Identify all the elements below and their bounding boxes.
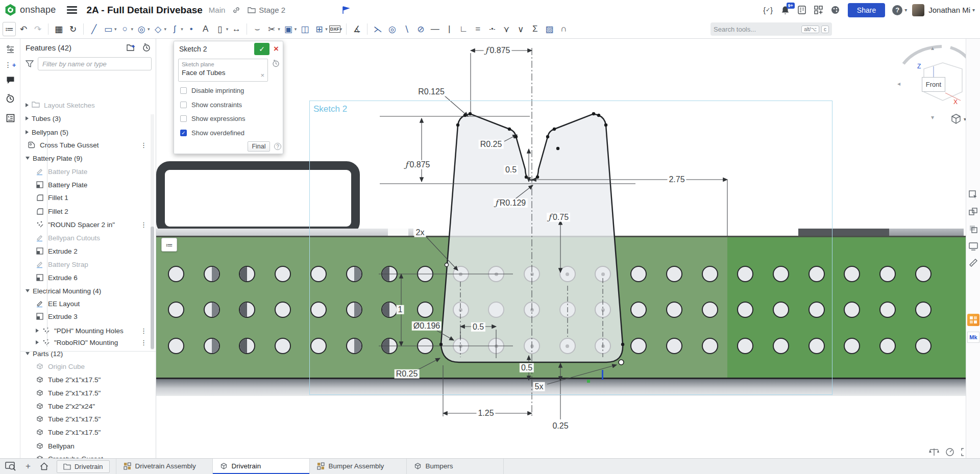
part-item[interactable]: Tube 2"x1"x17.5" [20, 412, 152, 426]
arc-constraint[interactable]: ∩ [557, 22, 570, 36]
user-menu-caret-icon[interactable]: ▾ [972, 7, 975, 13]
midpoint-constraint[interactable]: -•- [485, 22, 499, 36]
breadcrumb-folder[interactable]: Stage 2 [259, 6, 285, 14]
dimension-label[interactable]: 0.5 [504, 165, 518, 174]
scale-indicator-icon[interactable] [929, 447, 939, 457]
tab-folder-drivetrain[interactable]: Drivetrain [57, 460, 110, 473]
front-view-face[interactable]: Front [922, 77, 945, 92]
feature-item[interactable]: Bellypan Cutouts [20, 231, 152, 244]
spline-tool-caret-icon[interactable]: ▾ [181, 27, 183, 32]
line-tool[interactable]: ╱ [87, 22, 101, 36]
checkbox-disable-imprinting[interactable]: Disable imprinting [180, 87, 244, 94]
slot-tool-caret-icon[interactable]: ▾ [226, 27, 229, 32]
notifications-bell-icon[interactable]: 9+ [781, 6, 790, 15]
parallel-constraint[interactable]: ∖ [400, 22, 413, 36]
isolate-icon[interactable] [969, 208, 978, 217]
dialog-help-icon[interactable]: ? [274, 143, 281, 150]
measure-panel-icon[interactable] [969, 258, 978, 267]
part-item[interactable]: Crosstube Gusset [20, 452, 152, 458]
dimension-label[interactable]: 0.5 [471, 322, 485, 332]
comments-icon[interactable] [0, 72, 20, 88]
dimension-label[interactable]: ƒ0.875 [404, 160, 432, 169]
rectangle-tool-caret-icon[interactable]: ▾ [114, 27, 117, 32]
appearance-panel-icon[interactable] [967, 314, 979, 326]
configurations-icon[interactable] [0, 42, 20, 57]
mkcad-app-icon[interactable]: Mk [967, 332, 979, 343]
perpendicular-constraint[interactable]: ∟ [457, 22, 470, 36]
rollback-clock-icon[interactable] [142, 43, 151, 52]
user-name[interactable]: Jonathan Mi [928, 6, 970, 14]
measure-tool[interactable]: ∡ [350, 22, 363, 36]
offset-tool[interactable]: ▣ [282, 22, 295, 36]
feature-script-icon[interactable]: {✓} [763, 6, 773, 14]
trim-tool[interactable]: ✂ [265, 22, 278, 36]
dimension-label[interactable]: 0.25 [551, 421, 570, 431]
polygon-tool-caret-icon[interactable]: ▾ [164, 27, 167, 32]
pattern-tool[interactable]: ⊞ [312, 22, 326, 36]
checkbox-icon[interactable] [180, 102, 187, 108]
item-menu-icon[interactable]: ⋮ [140, 339, 147, 346]
caret-down-icon[interactable] [26, 352, 30, 355]
help-button[interactable]: ? [892, 5, 902, 15]
fix-constraint[interactable]: ▨ [543, 22, 556, 36]
equal-constraint[interactable]: = [471, 22, 484, 36]
apps-icon[interactable] [814, 6, 823, 14]
slot-tool[interactable]: ▯ [213, 22, 227, 36]
ellipse-tool-caret-icon[interactable]: ▾ [148, 27, 150, 32]
tab-bumpers[interactable]: Bumpers [407, 459, 504, 474]
dimension-label[interactable]: Ø0.196 [412, 321, 442, 331]
caret-right-icon[interactable] [26, 103, 29, 107]
cancel-icon[interactable]: × [274, 44, 279, 54]
home-icon[interactable] [40, 462, 48, 470]
caret-down-icon[interactable] [26, 157, 30, 160]
dialog-history-icon[interactable] [272, 60, 280, 67]
item-menu-icon[interactable]: ⋮ [140, 221, 147, 229]
point-tool[interactable]: • [185, 22, 198, 36]
ellipse-tool[interactable]: ◎ [135, 22, 148, 36]
dimension-label[interactable]: ƒ0.75 [547, 213, 570, 222]
clear-selection-icon[interactable]: × [260, 71, 264, 79]
user-avatar[interactable] [912, 4, 924, 16]
symmetric-constraint[interactable]: ⋎ [500, 22, 513, 36]
feature-item[interactable]: Battery Plate [20, 165, 152, 178]
dimension-label[interactable]: ƒR0.129 [494, 198, 528, 208]
filter-input[interactable]: Filter by name or type [38, 57, 152, 70]
feature-item[interactable]: Electrical Mounting (4) [20, 284, 152, 297]
caret-right-icon[interactable] [26, 130, 29, 134]
sketch-plane-field[interactable]: Sketch plane Face of Tubes × [178, 59, 268, 82]
part-item[interactable]: Tube 2"x1"x17.5" [20, 386, 152, 400]
confirm-button[interactable]: ✓ [254, 43, 270, 55]
feature-item[interactable]: "ROUND Spacer 2 in"⋮ [20, 218, 152, 231]
tab-drivetrain[interactable]: Drivetrain [213, 459, 310, 474]
rotate-down-caret[interactable]: ▾ [931, 114, 934, 121]
dimension-label[interactable]: 2x [414, 228, 426, 237]
expression-icon[interactable]: Σ [528, 22, 542, 36]
revolve-tool[interactable]: ↻ [66, 22, 80, 36]
mirror-tool[interactable]: ◫ [298, 22, 311, 36]
dxf-import-tool-caret-icon[interactable]: ▾ [340, 27, 342, 32]
dimension-label[interactable]: 5x [533, 382, 545, 391]
history-icon[interactable] [0, 91, 20, 106]
sketch-plane-value[interactable]: Face of Tubes [182, 69, 267, 77]
tangent-constraint[interactable]: ⊘ [414, 22, 427, 36]
spline-tool[interactable]: ʃ [168, 22, 181, 36]
dimension-label[interactable]: 0.5 [520, 363, 534, 372]
checkbox-icon[interactable]: ✓ [180, 130, 187, 136]
pattern-tool-caret-icon[interactable]: ▾ [325, 27, 328, 32]
feature-item[interactable]: Layout Sketches [20, 98, 152, 112]
theme-palette-icon[interactable] [831, 6, 840, 14]
dimension-label[interactable]: 1.25 [476, 409, 495, 418]
tab-search-icon[interactable] [5, 462, 16, 471]
tab-drivetrain-assembly[interactable]: Drivetrain Assembly [116, 459, 213, 474]
dimension-label[interactable]: R0.125 [416, 87, 446, 96]
feature-item[interactable]: EE Layout [20, 297, 152, 310]
checkbox-show-overdefined[interactable]: ✓Show overdefined [180, 129, 244, 137]
normal-constraint[interactable]: ∨ [514, 22, 527, 36]
feature-item[interactable]: Bellypan (5) [20, 126, 152, 139]
feature-item[interactable]: Extrude 2 [20, 244, 152, 258]
sketch-list-flyout-button[interactable]: ≔ [161, 238, 177, 252]
part-item[interactable]: Tube 2"x2"x24" [20, 400, 152, 413]
performance-gauge-icon[interactable] [945, 447, 954, 457]
trim-tool-caret-icon[interactable]: ▾ [278, 27, 280, 32]
undo-icon[interactable]: ↶ [17, 22, 30, 36]
